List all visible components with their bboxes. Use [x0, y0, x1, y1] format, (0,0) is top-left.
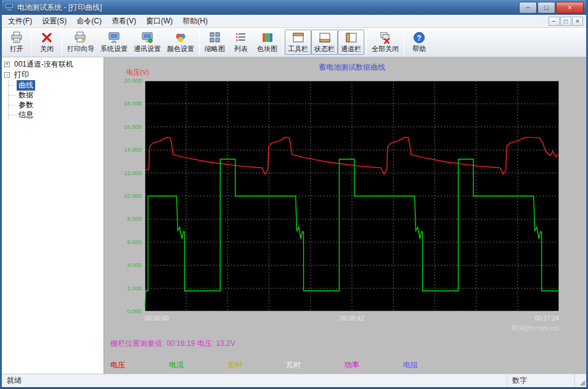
- toolbar-button-open[interactable]: 打开: [4, 30, 30, 55]
- menu-bar: 文件(F)设置(S)命令(C)查看(V)窗口(W)帮助(H) − □ ×: [2, 15, 586, 28]
- x-tick-label: 00:00:00: [145, 315, 169, 322]
- menu-item-file[interactable]: 文件(F): [3, 15, 37, 28]
- red-x-icon: [41, 31, 53, 44]
- close-all-icon: [379, 31, 391, 44]
- toolbar-separator: [31, 30, 32, 55]
- fence-measurement: 栅栏位置测量值: 00:16:19 电压: 13.2V: [110, 338, 586, 349]
- menu-item-command[interactable]: 命令(C): [71, 15, 107, 28]
- curve-chart[interactable]: 蓄电池测试数据曲线电压(V)20.00018.00016.00014.00012…: [108, 60, 566, 336]
- tree-node-label: 001通道-没有联机: [12, 59, 75, 70]
- collapse-icon[interactable]: -: [4, 72, 10, 78]
- y-tick-label: 18.000: [124, 100, 142, 107]
- maximize-button[interactable]: □: [537, 2, 555, 14]
- tree-node-print[interactable]: -打印: [3, 70, 102, 80]
- legend-voltage[interactable]: 电压: [110, 360, 169, 371]
- legend-power[interactable]: 功率: [345, 360, 403, 371]
- toolbar-button-label: 缩略图: [205, 44, 225, 54]
- tree-node-info[interactable]: 信息: [9, 110, 102, 120]
- toolbar-button-label: 通讯设置: [134, 44, 161, 54]
- close-button[interactable]: ×: [556, 2, 584, 14]
- resize-grip[interactable]: ◢: [575, 374, 586, 387]
- toolbar-button-close-all[interactable]: 全部关闭: [369, 30, 402, 55]
- toolbar-button-label: 颜色设置: [167, 44, 194, 54]
- tree-connector: [9, 105, 15, 105]
- toolbar-separator: [62, 30, 62, 55]
- toolbar-button-label: 状态栏: [314, 44, 335, 54]
- legend-amp-hours[interactable]: 安时: [227, 360, 286, 371]
- tree-node-label: 参数: [17, 100, 35, 110]
- toolbar-button-label: 全部关闭: [372, 44, 399, 54]
- toolbar-button-label: 帮助: [412, 44, 426, 54]
- toolbar-button-channelbar-toggle[interactable]: 通道栏: [338, 30, 364, 55]
- toolbar-button-system-settings[interactable]: 系统设置: [97, 30, 131, 55]
- mdi-minimize-button[interactable]: −: [549, 17, 560, 26]
- tree-node-curve[interactable]: 曲线: [9, 80, 102, 90]
- menu-item-window[interactable]: 窗口(W): [141, 15, 178, 28]
- tree-node-params[interactable]: 参数: [9, 100, 102, 110]
- mdi-close-button[interactable]: ×: [572, 17, 583, 26]
- window-controls: − □ ×: [518, 2, 584, 14]
- y-axis-label: 电压(V): [126, 68, 149, 76]
- tree-node-label: 曲线: [17, 80, 35, 91]
- x-tick-label: 00:17:24: [535, 315, 559, 322]
- tree-children: 曲线数据参数信息: [8, 80, 102, 120]
- toolbar-button-close[interactable]: 关闭: [34, 30, 60, 55]
- app-icon: [4, 2, 14, 14]
- toolbar-button-label: 通道栏: [341, 44, 361, 54]
- menu-items: 文件(F)设置(S)命令(C)查看(V)窗口(W)帮助(H): [3, 15, 213, 28]
- toolbar-separator: [199, 30, 200, 55]
- printer-page-icon: [10, 31, 23, 44]
- toolbar-button-label: 关闭: [40, 44, 54, 54]
- mdi-restore-button[interactable]: □: [560, 17, 571, 26]
- toolbar-button-label: 打印向导: [67, 44, 94, 54]
- color-blocks-icon: [261, 31, 274, 44]
- title-bar: 电池测试系统 - [打印曲线] − □ ×: [2, 0, 586, 15]
- toolbar-button-label: 工具栏: [288, 44, 308, 54]
- menu-item-help[interactable]: 帮助(H): [178, 15, 213, 28]
- palette-icon: [174, 31, 187, 44]
- toolbar-separator: [404, 30, 404, 55]
- minimize-button[interactable]: −: [519, 2, 537, 14]
- tree-connector: [9, 115, 15, 115]
- toolbar-button-thumbnail[interactable]: 缩略图: [202, 30, 228, 55]
- statusbar-icon: [319, 31, 331, 44]
- toolbar-button-statusbar-toggle[interactable]: 状态栏: [311, 30, 338, 55]
- chart-title: 蓄电池测试数据曲线: [319, 63, 385, 72]
- expand-icon[interactable]: +: [4, 62, 10, 67]
- svg-text:?: ?: [417, 34, 421, 43]
- toolbar-button-color-block[interactable]: 色块图: [254, 30, 280, 55]
- toolbar-button-print-wizard[interactable]: 打印向导: [64, 30, 97, 55]
- monitor-link-icon: [141, 31, 153, 44]
- y-tick-label: 20.000: [124, 77, 142, 84]
- toolbar-button-toolbar-toggle[interactable]: 工具栏: [285, 30, 311, 55]
- status-text: 就绪: [2, 374, 507, 387]
- tree-connector: [9, 85, 15, 86]
- toolbar: 打开关闭打印向导系统设置通讯设置颜色设置缩略图列表色块图工具栏状态栏通道栏全部关…: [2, 28, 586, 57]
- menu-item-view[interactable]: 查看(V): [107, 15, 141, 28]
- help-icon: ?: [413, 31, 425, 44]
- legend-current[interactable]: 电流: [169, 360, 227, 371]
- toolbar-button-color-settings[interactable]: 颜色设置: [164, 30, 197, 55]
- grid-icon: [209, 31, 221, 44]
- toolbar-button-list[interactable]: 列表: [228, 30, 254, 55]
- tree-connector: [9, 95, 15, 96]
- y-tick-label: 2.000: [127, 285, 142, 292]
- window-title: 电池测试系统 - [打印曲线]: [17, 2, 518, 13]
- legend-watt-hours[interactable]: 瓦时: [286, 360, 345, 371]
- toolbar-button-help[interactable]: ?帮助: [406, 30, 432, 55]
- status-bar: 就绪 数字 ◢: [2, 374, 586, 387]
- menu-item-settings[interactable]: 设置(S): [37, 15, 71, 28]
- mdi-window-controls: − □ ×: [548, 17, 585, 26]
- status-mode: 数字: [507, 374, 575, 387]
- y-tick-label: 14.000: [124, 146, 142, 153]
- toolbar-button-label: 打开: [10, 44, 23, 54]
- legend-resistance[interactable]: 电阻: [403, 360, 462, 371]
- tree-node-channel-001[interactable]: +001通道-没有联机: [3, 59, 102, 70]
- tree-node-data[interactable]: 数据: [9, 90, 102, 100]
- chart-legend: 电压电流安时瓦时功率电阻: [110, 360, 586, 371]
- toolbar-separator: [366, 30, 367, 55]
- chart-panel: 蓄电池测试数据曲线电压(V)20.00018.00016.00014.00012…: [104, 57, 586, 374]
- toolbar-separator: [282, 30, 283, 55]
- channelbar-icon: [345, 31, 357, 44]
- toolbar-button-comm-settings[interactable]: 通讯设置: [131, 30, 164, 55]
